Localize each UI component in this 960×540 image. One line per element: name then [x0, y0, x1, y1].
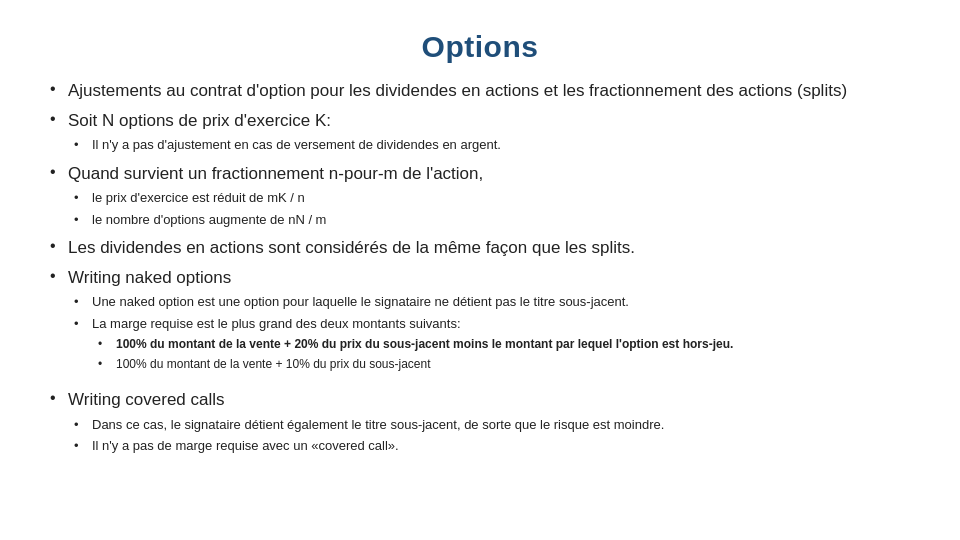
bullet-dot: •	[74, 135, 92, 155]
bullet-dot: •	[50, 78, 68, 100]
bullet-dot: •	[50, 235, 68, 257]
bullet-dot: •	[74, 210, 92, 230]
bullet-text: Les dividendes en actions sont considéré…	[68, 235, 910, 261]
bullet-dot: •	[50, 265, 68, 287]
list-item: • Une naked option est une option pour l…	[74, 292, 910, 312]
list-item: • Soit N options de prix d'exercice K:	[50, 108, 910, 134]
bullet-text: Il n'y a pas de marge requise avec un «c…	[92, 436, 910, 456]
bullet-text: 100% du montant de la vente + 10% du pri…	[116, 355, 910, 373]
bullet-dot: •	[50, 161, 68, 183]
bullet-text: Dans ce cas, le signataire détient égale…	[92, 415, 910, 435]
bullet-text: Il n'y a pas d'ajustement en cas de vers…	[92, 135, 910, 155]
list-item: • le prix d'exercice est réduit de mK / …	[74, 188, 910, 208]
list-item: • Dans ce cas, le signataire détient éga…	[74, 415, 910, 435]
bullet-text: Une naked option est une option pour laq…	[92, 292, 910, 312]
list-item: • Writing covered calls	[50, 387, 910, 413]
list-item: • La marge requise est le plus grand des…	[74, 314, 910, 334]
bullet-dot: •	[50, 108, 68, 130]
slide-content: • Ajustements au contrat d'option pour l…	[50, 78, 910, 458]
bullet-text: Writing naked options	[68, 265, 910, 291]
bullet-dot: •	[74, 314, 92, 334]
bullet-text: Quand survient un fractionnement n-pour-…	[68, 161, 910, 187]
bullet-text: le prix d'exercice est réduit de mK / n	[92, 188, 910, 208]
list-item: • 100% du montant de la vente + 10% du p…	[98, 355, 910, 373]
bullet-dot: •	[74, 292, 92, 312]
bullet-text: Soit N options de prix d'exercice K:	[68, 108, 910, 134]
slide-title: Options	[50, 30, 910, 64]
list-item: • 100% du montant de la vente + 20% du p…	[98, 335, 910, 353]
list-item: • Writing naked options	[50, 265, 910, 291]
bullet-dot: •	[74, 188, 92, 208]
list-item: • le nombre d'options augmente de nN / m	[74, 210, 910, 230]
bullet-text: La marge requise est le plus grand des d…	[92, 314, 910, 334]
list-item: • Quand survient un fractionnement n-pou…	[50, 161, 910, 187]
bullet-text: Writing covered calls	[68, 387, 910, 413]
slide: Options • Ajustements au contrat d'optio…	[0, 0, 960, 540]
list-item: • Ajustements au contrat d'option pour l…	[50, 78, 910, 104]
list-item: • Il n'y a pas de marge requise avec un …	[74, 436, 910, 456]
bullet-dot: •	[74, 415, 92, 435]
bullet-text: 100% du montant de la vente + 20% du pri…	[116, 335, 910, 353]
bullet-dot: •	[98, 355, 116, 373]
bullet-dot: •	[74, 436, 92, 456]
bullet-text: le nombre d'options augmente de nN / m	[92, 210, 910, 230]
list-item: • Les dividendes en actions sont considé…	[50, 235, 910, 261]
bullet-dot: •	[98, 335, 116, 353]
bullet-text: Ajustements au contrat d'option pour les…	[68, 78, 910, 104]
list-item: • Il n'y a pas d'ajustement en cas de ve…	[74, 135, 910, 155]
bullet-dot: •	[50, 387, 68, 409]
